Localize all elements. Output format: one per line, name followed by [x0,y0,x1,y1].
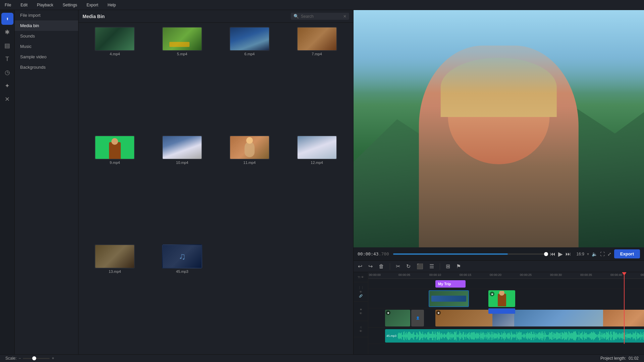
marker-button[interactable]: ⚑ [454,262,463,270]
media-thumb-45mp3[interactable]: ♫ [162,244,202,268]
left-panel-item-music[interactable]: Music [15,41,78,52]
play-button[interactable]: ▶ [558,250,563,258]
overlay-green-clip[interactable]: ★ [488,290,515,307]
sidebar-icon-star[interactable]: ✦ [1,80,13,92]
volume-icon[interactable]: 🔈 [592,251,597,257]
svg-rect-103 [467,334,467,338]
undo-button[interactable]: ↩ [356,262,364,270]
svg-rect-335 [626,334,626,337]
overlay-mountain-clip[interactable] [429,290,469,307]
audio-clip[interactable]: 45.mp3 // Will render via JS below [385,329,644,343]
media-item-9mp4[interactable]: 9.mp4 [83,135,147,241]
svg-rect-356 [640,332,641,340]
sidebar-icon-import[interactable]: ⬆ [1,13,13,25]
media-item-11mp4[interactable]: 11.mp4 [217,135,282,241]
svg-rect-219 [546,335,547,337]
left-panel-item-backgrounds[interactable]: Backgrounds [15,62,78,72]
text-clip-my-trip[interactable]: My Trip [435,280,466,288]
redo-button[interactable]: ↪ [367,262,374,270]
sidebar-icon-transform[interactable]: ✱ [1,26,13,38]
media-thumb-4mp4[interactable] [95,27,135,51]
svg-rect-88 [457,335,457,337]
sidebar-icon-tools[interactable]: ✕ [1,93,13,105]
left-panel-item-sounds[interactable]: Sounds [15,31,78,41]
svg-rect-280 [588,335,589,338]
svg-rect-256 [572,333,572,339]
playhead[interactable] [624,272,625,344]
svg-rect-185 [523,334,524,338]
media-thumb-7mp4[interactable] [297,27,337,51]
scale-control: Scale: − + [5,356,54,361]
media-thumb-9mp4[interactable] [95,135,135,160]
left-panel-item-file-import[interactable]: File import [15,10,78,20]
media-thumb-5mp4[interactable] [162,27,202,51]
media-item-13mp4[interactable]: 13.mp4 [83,244,147,350]
media-thumb-13mp4[interactable] [95,244,135,268]
svg-rect-35 [420,333,421,339]
menu-item-settings[interactable]: Settings [61,1,79,9]
scale-slider[interactable] [23,358,50,359]
sidebar-icon-text[interactable]: T [1,53,13,65]
scale-plus-icon[interactable]: + [52,356,54,361]
timeline-scroll-area[interactable]: 00:00:00 00:00:05 00:00:10 00:00:15 00:0… [368,272,644,354]
media-thumb-11mp4[interactable] [229,135,270,160]
svg-rect-251 [569,331,569,341]
left-panel-item-sample-video[interactable]: Sample video [15,52,78,62]
media-item-4mp4[interactable]: 4.mp4 [83,27,147,133]
menu-item-export[interactable]: Export [85,1,100,9]
text-track-eye-icon[interactable]: 👁 [361,276,364,279]
media-thumb-10mp4[interactable] [162,135,202,160]
left-panel-item-media-bin[interactable]: Media bin [15,20,78,31]
svg-rect-265 [578,335,578,337]
cut-button[interactable]: ✂ [394,262,402,270]
media-item-45mp3[interactable]: ♫ 45.mp3 [150,244,215,350]
video-overlay-move-icon[interactable]: ⋮⋮ [358,286,364,290]
progress-bar[interactable] [393,253,546,255]
svg-rect-255 [571,333,572,339]
crop-button[interactable]: ⬛ [415,262,425,270]
svg-rect-180 [520,333,520,339]
export-button[interactable]: Export [614,249,640,258]
svg-rect-29 [416,333,417,340]
menu-item-help[interactable]: Help [106,1,118,9]
menu-item-playback[interactable]: Playback [35,1,55,9]
skip-back-button[interactable]: ⏮ [550,251,555,257]
video-overlay-eye-icon[interactable]: 👁 [359,290,362,294]
menu-item-edit[interactable]: Edit [18,1,30,9]
audio-track-eye-icon[interactable]: 👁 [359,329,362,333]
media-item-12mp4[interactable]: 12.mp4 [284,135,349,241]
rotate-button[interactable]: ↻ [405,262,412,270]
media-item-6mp4[interactable]: 6.mp4 [217,27,282,133]
menu-item-file[interactable]: File [3,1,13,9]
search-clear-icon[interactable]: ✕ [343,14,346,19]
fullscreen-icon[interactable]: ⛶ [600,251,605,257]
svg-rect-87 [456,331,457,341]
main-clip-1[interactable]: ★ [385,310,410,326]
sidebar-icon-clock[interactable]: ◷ [1,66,13,78]
effects-button[interactable]: ☰ [428,262,436,270]
svg-rect-93 [460,333,461,339]
delete-button[interactable]: 🗑 [377,262,386,270]
expand-icon[interactable]: ⤢ [607,251,611,257]
main-video-strip[interactable]: ★ [435,310,644,326]
media-item-10mp4[interactable]: 10.mp4 [150,135,215,241]
media-item-5mp4[interactable]: 5.mp4 [150,27,215,133]
toolbar-separator-2 [440,263,440,270]
svg-rect-285 [592,332,592,340]
svg-rect-28 [416,335,416,337]
svg-rect-354 [639,334,639,338]
video-overlay-link-icon[interactable]: 🔗 [359,294,363,298]
aspect-ratio-dropdown-icon[interactable]: ▾ [587,252,589,256]
main-clip-2[interactable]: 👤 [411,310,424,326]
add-track-button[interactable]: ⊞ [444,262,452,270]
search-input[interactable] [301,14,341,19]
video-overlay-track-label: ⋮⋮ 👁 🔗 [354,282,368,302]
sidebar-icon-layers[interactable]: ▤ [1,40,13,52]
svg-rect-237 [559,333,559,339]
media-thumb-6mp4[interactable] [229,27,270,51]
main-video-eye-icon[interactable]: 👁 [359,312,362,315]
media-item-7mp4[interactable]: 7.mp4 [284,27,349,133]
scale-minus-icon[interactable]: − [18,356,21,361]
media-thumb-12mp4[interactable] [297,135,337,160]
skip-forward-button[interactable]: ⏭ [566,251,571,257]
